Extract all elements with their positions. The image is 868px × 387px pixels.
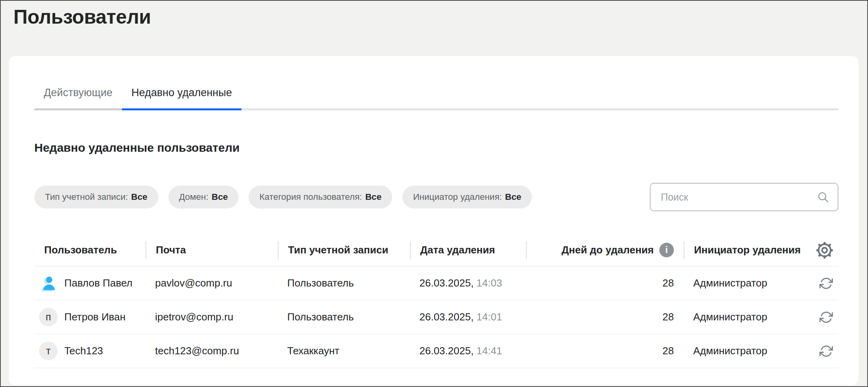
chip-label: Домен: [179,192,209,202]
content-card: Действующие Недавно удаленные Недавно уд… [9,56,859,385]
chip-value: Все [211,192,228,202]
search-input[interactable] [660,191,817,203]
user-email: ipetrov@comp.ru [146,311,278,323]
table-header-row: Пользователь Почта Тип учетной записи Да… [34,234,838,266]
chip-label: Тип учетной записи: [45,192,128,202]
initiator-cell: Администратор [684,311,838,324]
table-row[interactable]: п Петров Иван ipetrov@comp.ru Пользовате… [34,300,838,334]
avatar: т [39,342,58,360]
chip-label: Категория пользователя: [259,192,362,202]
user-name: Павлов Павел [64,277,133,289]
search-box [650,183,838,211]
deletion-date-value: 26.03.2025, [419,311,473,323]
days-to-deletion: 28 [526,311,684,323]
days-to-deletion: 28 [526,277,684,289]
deletion-date-value: 26.03.2025, [419,277,473,289]
user-email: tech123@comp.ru [146,345,278,357]
initiator-cell: Администратор [684,344,838,358]
column-header-email: Почта [146,241,278,259]
tab-label: Недавно удаленные [131,87,232,99]
table-row[interactable]: Павлов Павел pavlov@comp.ru Пользователь… [34,266,838,300]
filter-chip-user-category[interactable]: Категория пользователя: Все [249,186,392,208]
table-row[interactable]: т Tech123 tech123@comp.ru Техаккаунт 26.… [34,334,838,368]
column-header-initiator: Инициатор удаления [684,241,838,259]
restore-icon[interactable] [819,311,833,324]
deleted-users-table: Пользователь Почта Тип учетной записи Да… [34,234,838,368]
deletion-date: 26.03.2025, 14:41 [410,345,526,357]
column-header-user: Пользователь [34,241,146,259]
initiator-name: Администратор [693,277,767,289]
restore-icon[interactable] [819,277,833,290]
days-to-deletion: 28 [526,345,684,357]
chip-value: Все [505,192,521,202]
section-title: Недавно удаленные пользователи [34,141,838,154]
column-header-days-to-deletion: Дней до удаления i [526,241,684,259]
search-icon[interactable] [817,191,829,203]
deletion-date: 26.03.2025, 14:03 [410,277,526,289]
column-header-deletion-date: Дата удаления [410,241,526,259]
restore-icon[interactable] [819,344,833,358]
tab-active-users[interactable]: Действующие [34,87,122,110]
account-type: Техаккаунт [278,345,410,357]
column-header-label: Инициатор удаления [694,244,801,256]
filter-chip-domain[interactable]: Домен: Все [168,186,239,208]
filter-row: Тип учетной записи: Все Домен: Все Катег… [34,183,838,211]
filter-chip-deletion-initiator[interactable]: Инициатор удаления: Все [402,186,532,208]
user-name: Tech123 [64,345,103,357]
chip-value: Все [131,192,147,202]
info-icon[interactable]: i [659,243,674,257]
initiator-cell: Администратор [684,277,838,290]
user-name: Петров Иван [64,311,125,323]
initiator-name: Администратор [693,311,767,323]
deletion-time-value: 14:03 [477,277,502,289]
initiator-name: Администратор [693,345,767,357]
tab-recently-deleted[interactable]: Недавно удаленные [122,87,241,110]
deletion-date-value: 26.03.2025, [419,345,473,357]
page-title: Пользователи [13,6,151,28]
gear-icon[interactable] [816,242,833,259]
chip-value: Все [365,192,382,202]
column-header-account-type: Тип учетной записи [278,241,410,259]
column-header-label: Дней до удаления [561,244,654,256]
person-icon [39,274,58,292]
user-email: pavlov@comp.ru [146,277,278,289]
deletion-date: 26.03.2025, 14:01 [410,311,526,323]
tab-label: Действующие [44,87,112,99]
filter-chip-account-type[interactable]: Тип учетной записи: Все [34,186,158,208]
deletion-time-value: 14:41 [477,345,502,357]
filter-chips: Тип учетной записи: Все Домен: Все Катег… [34,186,532,208]
account-type: Пользователь [278,311,410,323]
avatar: п [39,308,58,326]
tab-bar: Действующие Недавно удаленные [34,56,838,110]
account-type: Пользователь [278,277,410,289]
chip-label: Инициатор удаления: [413,192,502,202]
deletion-time-value: 14:01 [477,311,502,323]
